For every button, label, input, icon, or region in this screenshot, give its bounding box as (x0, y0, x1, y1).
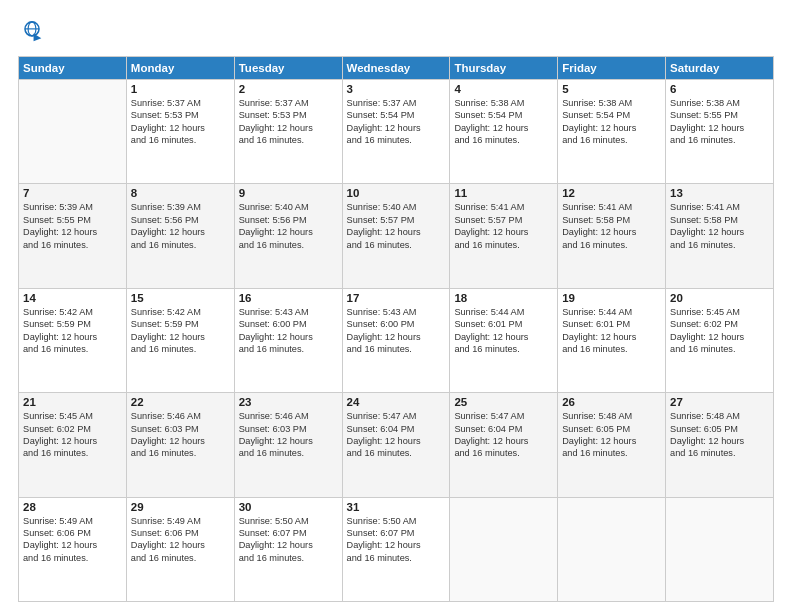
day-number: 17 (347, 292, 446, 304)
day-number: 27 (670, 396, 769, 408)
day-info: Sunrise: 5:37 AM Sunset: 5:53 PM Dayligh… (131, 97, 230, 147)
calendar-day-cell: 31Sunrise: 5:50 AM Sunset: 6:07 PM Dayli… (342, 497, 450, 601)
day-number: 18 (454, 292, 553, 304)
calendar-day-cell: 29Sunrise: 5:49 AM Sunset: 6:06 PM Dayli… (126, 497, 234, 601)
day-number: 25 (454, 396, 553, 408)
day-number: 30 (239, 501, 338, 513)
svg-rect-0 (20, 20, 45, 45)
calendar-header-row: SundayMondayTuesdayWednesdayThursdayFrid… (19, 57, 774, 80)
day-info: Sunrise: 5:47 AM Sunset: 6:04 PM Dayligh… (454, 410, 553, 460)
day-info: Sunrise: 5:39 AM Sunset: 5:55 PM Dayligh… (23, 201, 122, 251)
day-info: Sunrise: 5:49 AM Sunset: 6:06 PM Dayligh… (131, 515, 230, 565)
day-info: Sunrise: 5:41 AM Sunset: 5:57 PM Dayligh… (454, 201, 553, 251)
calendar-day-cell: 25Sunrise: 5:47 AM Sunset: 6:04 PM Dayli… (450, 393, 558, 497)
day-info: Sunrise: 5:43 AM Sunset: 6:00 PM Dayligh… (347, 306, 446, 356)
day-info: Sunrise: 5:48 AM Sunset: 6:05 PM Dayligh… (670, 410, 769, 460)
day-info: Sunrise: 5:38 AM Sunset: 5:54 PM Dayligh… (562, 97, 661, 147)
calendar-header-wednesday: Wednesday (342, 57, 450, 80)
calendar-day-cell: 10Sunrise: 5:40 AM Sunset: 5:57 PM Dayli… (342, 184, 450, 288)
calendar-day-cell: 27Sunrise: 5:48 AM Sunset: 6:05 PM Dayli… (666, 393, 774, 497)
day-number: 2 (239, 83, 338, 95)
calendar-day-cell: 23Sunrise: 5:46 AM Sunset: 6:03 PM Dayli… (234, 393, 342, 497)
day-info: Sunrise: 5:43 AM Sunset: 6:00 PM Dayligh… (239, 306, 338, 356)
calendar-day-cell: 17Sunrise: 5:43 AM Sunset: 6:00 PM Dayli… (342, 288, 450, 392)
day-info: Sunrise: 5:37 AM Sunset: 5:54 PM Dayligh… (347, 97, 446, 147)
day-info: Sunrise: 5:45 AM Sunset: 6:02 PM Dayligh… (23, 410, 122, 460)
day-info: Sunrise: 5:46 AM Sunset: 6:03 PM Dayligh… (131, 410, 230, 460)
day-info: Sunrise: 5:49 AM Sunset: 6:06 PM Dayligh… (23, 515, 122, 565)
day-info: Sunrise: 5:41 AM Sunset: 5:58 PM Dayligh… (670, 201, 769, 251)
day-number: 28 (23, 501, 122, 513)
day-info: Sunrise: 5:50 AM Sunset: 6:07 PM Dayligh… (239, 515, 338, 565)
calendar-day-cell: 4Sunrise: 5:38 AM Sunset: 5:54 PM Daylig… (450, 80, 558, 184)
calendar-day-cell: 26Sunrise: 5:48 AM Sunset: 6:05 PM Dayli… (558, 393, 666, 497)
day-number: 7 (23, 187, 122, 199)
day-number: 15 (131, 292, 230, 304)
header (18, 18, 774, 46)
calendar-day-cell: 7Sunrise: 5:39 AM Sunset: 5:55 PM Daylig… (19, 184, 127, 288)
calendar-day-cell: 20Sunrise: 5:45 AM Sunset: 6:02 PM Dayli… (666, 288, 774, 392)
calendar-day-cell (666, 497, 774, 601)
day-info: Sunrise: 5:38 AM Sunset: 5:55 PM Dayligh… (670, 97, 769, 147)
day-number: 20 (670, 292, 769, 304)
day-info: Sunrise: 5:44 AM Sunset: 6:01 PM Dayligh… (562, 306, 661, 356)
calendar-day-cell: 24Sunrise: 5:47 AM Sunset: 6:04 PM Dayli… (342, 393, 450, 497)
day-number: 12 (562, 187, 661, 199)
calendar-day-cell (558, 497, 666, 601)
calendar-day-cell: 6Sunrise: 5:38 AM Sunset: 5:55 PM Daylig… (666, 80, 774, 184)
day-number: 8 (131, 187, 230, 199)
calendar-day-cell: 11Sunrise: 5:41 AM Sunset: 5:57 PM Dayli… (450, 184, 558, 288)
day-number: 16 (239, 292, 338, 304)
day-info: Sunrise: 5:42 AM Sunset: 5:59 PM Dayligh… (131, 306, 230, 356)
calendar-day-cell: 5Sunrise: 5:38 AM Sunset: 5:54 PM Daylig… (558, 80, 666, 184)
day-number: 9 (239, 187, 338, 199)
day-info: Sunrise: 5:41 AM Sunset: 5:58 PM Dayligh… (562, 201, 661, 251)
day-info: Sunrise: 5:45 AM Sunset: 6:02 PM Dayligh… (670, 306, 769, 356)
calendar-day-cell: 22Sunrise: 5:46 AM Sunset: 6:03 PM Dayli… (126, 393, 234, 497)
calendar-day-cell (450, 497, 558, 601)
day-number: 23 (239, 396, 338, 408)
day-number: 1 (131, 83, 230, 95)
calendar-day-cell: 30Sunrise: 5:50 AM Sunset: 6:07 PM Dayli… (234, 497, 342, 601)
day-info: Sunrise: 5:40 AM Sunset: 5:56 PM Dayligh… (239, 201, 338, 251)
day-info: Sunrise: 5:50 AM Sunset: 6:07 PM Dayligh… (347, 515, 446, 565)
day-info: Sunrise: 5:48 AM Sunset: 6:05 PM Dayligh… (562, 410, 661, 460)
calendar-week-row: 14Sunrise: 5:42 AM Sunset: 5:59 PM Dayli… (19, 288, 774, 392)
day-number: 5 (562, 83, 661, 95)
calendar-day-cell: 19Sunrise: 5:44 AM Sunset: 6:01 PM Dayli… (558, 288, 666, 392)
calendar-header-monday: Monday (126, 57, 234, 80)
calendar-week-row: 21Sunrise: 5:45 AM Sunset: 6:02 PM Dayli… (19, 393, 774, 497)
page: SundayMondayTuesdayWednesdayThursdayFrid… (0, 0, 792, 612)
calendar-week-row: 1Sunrise: 5:37 AM Sunset: 5:53 PM Daylig… (19, 80, 774, 184)
day-number: 14 (23, 292, 122, 304)
day-info: Sunrise: 5:39 AM Sunset: 5:56 PM Dayligh… (131, 201, 230, 251)
day-number: 10 (347, 187, 446, 199)
day-number: 21 (23, 396, 122, 408)
day-number: 22 (131, 396, 230, 408)
day-number: 13 (670, 187, 769, 199)
day-number: 31 (347, 501, 446, 513)
day-info: Sunrise: 5:40 AM Sunset: 5:57 PM Dayligh… (347, 201, 446, 251)
day-info: Sunrise: 5:42 AM Sunset: 5:59 PM Dayligh… (23, 306, 122, 356)
day-number: 11 (454, 187, 553, 199)
calendar-header-thursday: Thursday (450, 57, 558, 80)
calendar-day-cell: 18Sunrise: 5:44 AM Sunset: 6:01 PM Dayli… (450, 288, 558, 392)
day-number: 6 (670, 83, 769, 95)
calendar-day-cell: 12Sunrise: 5:41 AM Sunset: 5:58 PM Dayli… (558, 184, 666, 288)
calendar-day-cell: 9Sunrise: 5:40 AM Sunset: 5:56 PM Daylig… (234, 184, 342, 288)
day-number: 24 (347, 396, 446, 408)
day-number: 4 (454, 83, 553, 95)
calendar-day-cell: 13Sunrise: 5:41 AM Sunset: 5:58 PM Dayli… (666, 184, 774, 288)
calendar-week-row: 28Sunrise: 5:49 AM Sunset: 6:06 PM Dayli… (19, 497, 774, 601)
day-info: Sunrise: 5:46 AM Sunset: 6:03 PM Dayligh… (239, 410, 338, 460)
calendar-day-cell: 8Sunrise: 5:39 AM Sunset: 5:56 PM Daylig… (126, 184, 234, 288)
day-number: 26 (562, 396, 661, 408)
day-info: Sunrise: 5:47 AM Sunset: 6:04 PM Dayligh… (347, 410, 446, 460)
calendar-header-tuesday: Tuesday (234, 57, 342, 80)
calendar-header-saturday: Saturday (666, 57, 774, 80)
calendar-day-cell (19, 80, 127, 184)
calendar-header-sunday: Sunday (19, 57, 127, 80)
calendar-day-cell: 1Sunrise: 5:37 AM Sunset: 5:53 PM Daylig… (126, 80, 234, 184)
calendar-week-row: 7Sunrise: 5:39 AM Sunset: 5:55 PM Daylig… (19, 184, 774, 288)
calendar-day-cell: 21Sunrise: 5:45 AM Sunset: 6:02 PM Dayli… (19, 393, 127, 497)
